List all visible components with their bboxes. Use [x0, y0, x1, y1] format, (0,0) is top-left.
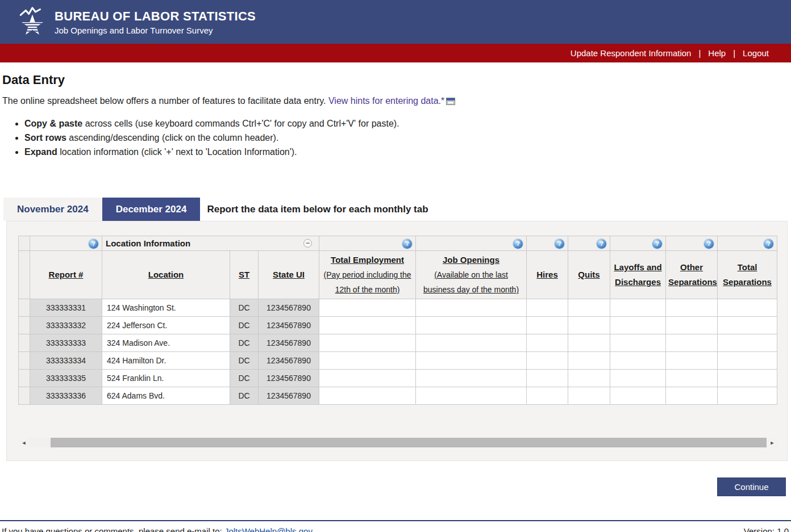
data-entry-cell-other-separations[interactable] — [666, 352, 718, 370]
data-entry-cell-hires[interactable] — [527, 317, 568, 334]
help-cell-job-openings: ? — [416, 236, 527, 251]
data-entry-cell-job-openings[interactable] — [416, 334, 527, 352]
data-entry-cell-other-separations[interactable] — [666, 370, 718, 387]
data-entry-cell-quits[interactable] — [568, 334, 610, 352]
help-icon-hires[interactable]: ? — [555, 239, 564, 249]
data-entry-cell-total-separations[interactable] — [718, 299, 777, 317]
view-hints-link[interactable]: View hints for entering data.* — [328, 96, 444, 106]
column-header-report-number[interactable]: Report # — [30, 251, 102, 299]
column-title-total-separations[interactable]: Total Separations — [720, 260, 775, 290]
data-entry-cell-total-separations[interactable] — [718, 334, 777, 352]
data-entry-cell-layoffs-and-discharges[interactable] — [610, 317, 666, 334]
help-icon-total-separations[interactable]: ? — [764, 239, 773, 249]
column-header-job-openings[interactable]: Job Openings(Available on the last busin… — [416, 251, 527, 299]
help-icon-layoffs-and-discharges[interactable]: ? — [652, 239, 662, 249]
column-header-layoffs-and-discharges[interactable]: Layoffs and Discharges — [610, 251, 666, 299]
tab-november-2024[interactable]: November 2024 — [3, 198, 102, 221]
table-row: 333333335524 Franklin Ln.DC1234567890 — [19, 370, 777, 387]
data-entry-cell-quits[interactable] — [568, 299, 610, 317]
nav-help[interactable]: Help — [701, 48, 733, 58]
nav-logout[interactable]: Logout — [735, 48, 776, 58]
tab-december-2024[interactable]: December 2024 — [102, 198, 201, 221]
data-entry-cell-total-employment[interactable] — [319, 334, 416, 352]
column-title-total-employment[interactable]: Total Employment — [322, 253, 413, 267]
continue-button[interactable]: Continue — [717, 477, 786, 496]
data-entry-cell-job-openings[interactable] — [416, 352, 527, 370]
data-entry-cell-total-separations[interactable] — [718, 370, 777, 387]
data-entry-cell-total-separations[interactable] — [718, 387, 777, 405]
column-title-location[interactable]: Location — [105, 267, 227, 282]
data-entry-cell-quits[interactable] — [568, 352, 610, 370]
data-entry-cell-quits[interactable] — [568, 387, 610, 405]
column-header-other-separations[interactable]: Other Separations — [666, 251, 718, 299]
data-entry-cell-layoffs-and-discharges[interactable] — [610, 370, 666, 387]
data-entry-cell-total-employment[interactable] — [319, 352, 416, 370]
email-link[interactable]: JoltsWebHelp@bls.gov — [224, 526, 313, 532]
help-icon-other-separations[interactable]: ? — [704, 239, 714, 249]
data-entry-cell-hires[interactable] — [527, 334, 568, 352]
column-header-state-ui[interactable]: State UI — [259, 251, 319, 299]
column-header-st[interactable]: ST — [230, 251, 259, 299]
help-icon-location-information[interactable]: ? — [89, 239, 98, 249]
scrollbar-track[interactable] — [30, 438, 767, 447]
help-icon-total-employment[interactable]: ? — [402, 239, 412, 249]
data-entry-cell-job-openings[interactable] — [416, 317, 527, 334]
data-entry-cell-total-employment[interactable] — [319, 317, 416, 334]
cell-state-ui: 1234567890 — [259, 370, 319, 387]
column-title-job-openings[interactable]: Job Openings — [418, 253, 524, 267]
data-entry-cell-layoffs-and-discharges[interactable] — [610, 387, 666, 405]
column-title-st[interactable]: ST — [232, 267, 256, 282]
data-entry-cell-job-openings[interactable] — [416, 387, 527, 405]
new-window-icon — [446, 98, 455, 105]
collapse-icon[interactable]: − — [303, 239, 312, 248]
data-entry-cell-other-separations[interactable] — [666, 387, 718, 405]
data-entry-cell-hires[interactable] — [527, 299, 568, 317]
nav-update-respondent-information[interactable]: Update Respondent Information — [563, 48, 699, 58]
cell-report-number: 333333334 — [30, 352, 102, 370]
column-title-other-separations[interactable]: Other Separations — [668, 260, 715, 290]
scroll-right-button[interactable]: ► — [767, 438, 778, 447]
cell-report-number: 333333336 — [30, 387, 102, 405]
column-header-total-employment[interactable]: Total Employment(Pay period including th… — [319, 251, 416, 299]
data-entry-cell-hires[interactable] — [527, 370, 568, 387]
cell-location: 624 Adams Bvd. — [102, 387, 230, 405]
column-title-hires[interactable]: Hires — [529, 267, 565, 282]
cell-state-ui: 1234567890 — [259, 334, 319, 352]
horizontal-scrollbar[interactable]: ◄ ► — [18, 438, 778, 447]
column-title-quits[interactable]: Quits — [571, 267, 607, 282]
table-row: 333333331124 Washington St.DC1234567890 — [19, 299, 777, 317]
data-entry-cell-other-separations[interactable] — [666, 317, 718, 334]
scrollbar-thumb[interactable] — [51, 438, 767, 447]
data-entry-cell-quits[interactable] — [568, 317, 610, 334]
data-entry-cell-layoffs-and-discharges[interactable] — [610, 299, 666, 317]
data-entry-cell-hires[interactable] — [527, 387, 568, 405]
scroll-left-button[interactable]: ◄ — [18, 438, 30, 447]
data-entry-cell-total-employment[interactable] — [319, 370, 416, 387]
column-header-location[interactable]: Location — [102, 251, 230, 299]
row-header-corner — [19, 251, 30, 299]
bls-logo-icon — [17, 6, 48, 38]
column-header-quits[interactable]: Quits — [568, 251, 610, 299]
data-entry-cell-other-separations[interactable] — [666, 334, 718, 352]
help-icon-job-openings[interactable]: ? — [513, 239, 523, 249]
data-entry-cell-total-employment[interactable] — [319, 387, 416, 405]
cell-st: DC — [230, 387, 259, 405]
data-entry-cell-job-openings[interactable] — [416, 370, 527, 387]
data-entry-cell-layoffs-and-discharges[interactable] — [610, 334, 666, 352]
data-entry-cell-job-openings[interactable] — [416, 299, 527, 317]
column-header-hires[interactable]: Hires — [527, 251, 568, 299]
app-subtitle: Job Openings and Labor Turnover Survey — [55, 26, 256, 35]
column-title-report-number[interactable]: Report # — [32, 267, 99, 282]
data-entry-cell-quits[interactable] — [568, 370, 610, 387]
data-entry-cell-total-separations[interactable] — [718, 317, 777, 334]
data-entry-cell-layoffs-and-discharges[interactable] — [610, 352, 666, 370]
column-header-total-separations[interactable]: Total Separations — [718, 251, 777, 299]
column-title-state-ui[interactable]: State UI — [261, 267, 317, 282]
data-entry-cell-other-separations[interactable] — [666, 299, 718, 317]
column-title-layoffs-and-discharges[interactable]: Layoffs and Discharges — [613, 260, 663, 290]
data-entry-cell-hires[interactable] — [527, 352, 568, 370]
cell-location: 424 Hamilton Dr. — [102, 352, 230, 370]
data-entry-cell-total-employment[interactable] — [319, 299, 416, 317]
data-entry-cell-total-separations[interactable] — [718, 352, 777, 370]
help-icon-quits[interactable]: ? — [597, 239, 606, 249]
